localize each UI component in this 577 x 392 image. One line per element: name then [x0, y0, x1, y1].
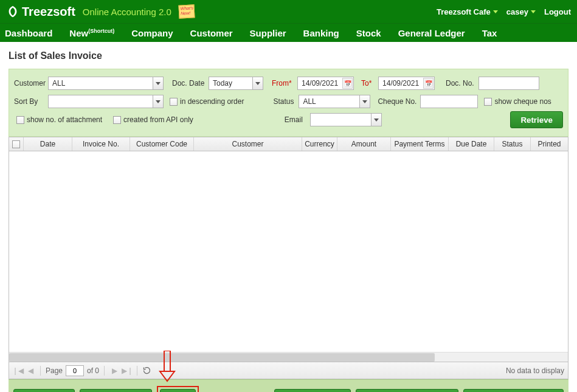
email-label: Email: [285, 115, 310, 124]
whats-new-sticky[interactable]: What's New!: [178, 4, 195, 18]
grid-header: Date Invoice No. Customer Code Customer …: [9, 137, 568, 151]
nav-company[interactable]: Company: [131, 28, 173, 38]
pager-of-label: of 0: [87, 366, 99, 375]
from-date-value: 14/09/2021: [302, 79, 338, 88]
pager-page-label: Page: [46, 366, 63, 375]
pager-last-icon: ▶❘: [122, 366, 132, 376]
showcheque-label: show cheque nos: [494, 97, 551, 106]
col-payment-terms[interactable]: Payment Terms: [391, 137, 449, 151]
delete-selected-button[interactable]: Delete selected record(s): [463, 389, 564, 392]
brand-name: Treezsoft: [22, 5, 75, 19]
to-label: To*: [361, 79, 378, 88]
col-currency[interactable]: Currency: [302, 137, 337, 151]
col-status[interactable]: Status: [494, 137, 531, 151]
pager-empty-text: No data to display: [506, 366, 564, 375]
chevron-down-icon: [531, 10, 536, 13]
shownoattach-checkbox[interactable]: [16, 116, 24, 124]
from-label: From*: [272, 79, 297, 88]
company-label: Treezsoft Cafe: [437, 7, 491, 16]
customer-select[interactable]: ALL: [48, 77, 164, 90]
customer-value: ALL: [52, 79, 65, 88]
chevron-down-icon: [359, 95, 370, 108]
tagline: Online Accounting 2.0: [83, 7, 171, 17]
col-customer-code[interactable]: Customer Code: [130, 137, 194, 151]
sortby-select[interactable]: [48, 95, 164, 108]
chevron-down-icon: [493, 10, 498, 13]
chevron-down-icon: [153, 95, 163, 108]
status-label: Status: [273, 97, 299, 106]
col-amount[interactable]: Amount: [337, 137, 391, 151]
action-bar: Print listing Invoice By Batch Import (T…: [9, 379, 568, 392]
nav-gl[interactable]: General Ledger: [398, 28, 465, 38]
desc-checkbox[interactable]: [170, 98, 178, 106]
apionly-label: created from API only: [123, 115, 193, 124]
import-button[interactable]: Import: [160, 389, 196, 392]
col-printed[interactable]: Printed: [531, 137, 568, 151]
refresh-icon[interactable]: [142, 366, 151, 375]
pager-page-input[interactable]: [66, 365, 84, 376]
pager-next-icon: ▶: [109, 366, 119, 376]
nav-tax[interactable]: Tax: [482, 28, 497, 38]
grid-body: [9, 151, 568, 352]
grid-pager: ❘◀ ◀ Page of 0 ▶ ▶❘ No data to display: [9, 362, 568, 379]
page-title: List of Sales Invoice: [9, 50, 568, 61]
logo-icon: [6, 5, 19, 18]
retrieve-button[interactable]: Retrieve: [510, 111, 563, 128]
page-body: List of Sales Invoice Customer ALL Doc. …: [0, 42, 577, 392]
print-selected-button[interactable]: Print selected record(s): [356, 389, 458, 392]
chequeno-label: Cheque No.: [378, 97, 420, 106]
main-nav: Dashboard New(Shortcut) Company Customer…: [0, 23, 577, 42]
invoice-by-batch-button[interactable]: Invoice By Batch: [80, 389, 152, 392]
calendar-icon[interactable]: 📅: [423, 78, 434, 89]
to-date-input[interactable]: 14/09/2021 📅: [378, 77, 435, 90]
invoice-grid: Date Invoice No. Customer Code Customer …: [9, 137, 568, 379]
user-label: casey: [506, 7, 528, 16]
nav-supplier[interactable]: Supplier: [250, 28, 286, 38]
top-header: Treezsoft Online Accounting 2.0 What's N…: [0, 0, 577, 23]
email-select[interactable]: [310, 113, 382, 126]
import-highlight: Import: [157, 386, 199, 392]
pager-prev-icon: ◀: [26, 366, 35, 376]
col-due-date[interactable]: Due Date: [449, 137, 494, 151]
nav-dashboard[interactable]: Dashboard: [5, 28, 52, 38]
user-menu[interactable]: casey: [506, 7, 536, 16]
customer-label: Customer: [14, 79, 48, 88]
chevron-down-icon: [371, 114, 381, 126]
status-value: ALL: [303, 97, 316, 106]
col-invoice-no[interactable]: Invoice No.: [72, 137, 130, 151]
nav-new-label: New: [69, 28, 88, 38]
logout-link[interactable]: Logout: [544, 7, 571, 16]
nav-new[interactable]: New(Shortcut): [69, 28, 114, 38]
apionly-checkbox[interactable]: [113, 116, 121, 124]
docno-label: Doc. No.: [446, 79, 479, 88]
desc-label: in descending order: [180, 97, 244, 106]
nav-new-shortcut: (Shortcut): [88, 28, 114, 34]
docdate-select[interactable]: Today: [209, 77, 263, 90]
calendar-icon[interactable]: 📅: [342, 78, 353, 89]
grid-h-scrollbar[interactable]: [9, 352, 568, 362]
company-menu[interactable]: Treezsoft Cafe: [437, 7, 498, 16]
header-right: Treezsoft Cafe casey Logout: [437, 7, 571, 16]
nav-customer[interactable]: Customer: [190, 28, 233, 38]
shownoattach-label: show no. of attachment: [27, 115, 102, 124]
col-customer[interactable]: Customer: [194, 137, 302, 151]
pager-first-icon: ❘◀: [13, 366, 22, 376]
chevron-down-icon: [252, 77, 263, 89]
status-select[interactable]: ALL: [299, 95, 370, 108]
docno-input[interactable]: [479, 77, 539, 90]
select-all-checkbox[interactable]: [12, 140, 20, 148]
chevron-down-icon: [153, 77, 163, 89]
docdate-label: Doc. Date: [172, 79, 209, 88]
print-listing-button[interactable]: Print listing: [13, 389, 75, 392]
nav-banking[interactable]: Banking: [303, 28, 339, 38]
new-sales-invoice-button[interactable]: New Sales Invoice: [274, 389, 351, 392]
filter-panel: Customer ALL Doc. Date Today From* 14/09…: [9, 69, 568, 137]
from-date-input[interactable]: 14/09/2021 📅: [297, 77, 354, 90]
docdate-value: Today: [213, 79, 232, 88]
to-date-value: 14/09/2021: [382, 79, 419, 88]
showcheque-checkbox[interactable]: [484, 98, 492, 106]
nav-stock[interactable]: Stock: [356, 28, 381, 38]
sortby-label: Sort By: [14, 97, 48, 106]
col-date[interactable]: Date: [24, 137, 72, 151]
chequeno-input[interactable]: [420, 95, 478, 108]
